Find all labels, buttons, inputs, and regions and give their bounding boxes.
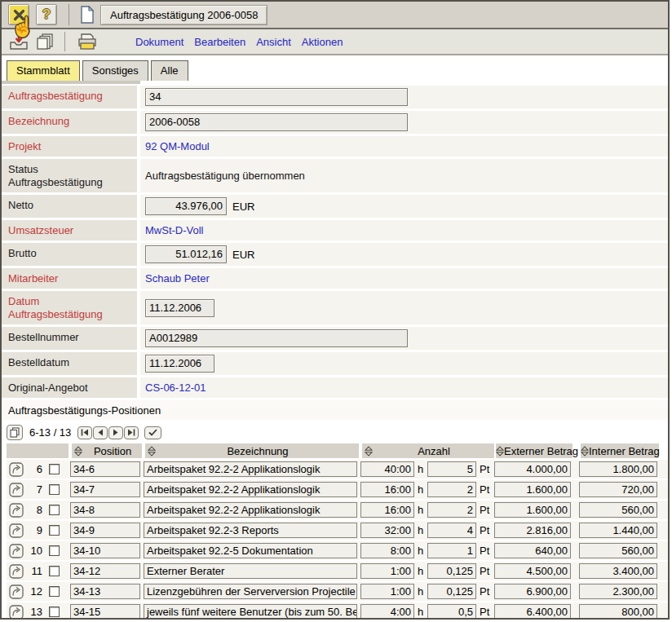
field-input[interactable]: A0012989: [145, 329, 408, 347]
bezeichnung-field[interactable]: Arbeitspaket 92.2-2 Applikationslogik: [144, 461, 357, 477]
field-input[interactable]: 11.12.2006: [145, 299, 214, 317]
hours-field[interactable]: 16:00: [360, 502, 414, 518]
menu-dokument[interactable]: Dokument: [135, 36, 183, 48]
position-field[interactable]: 34-8: [70, 502, 140, 518]
open-row-button[interactable]: [7, 462, 26, 477]
bezeichnung-field[interactable]: Arbeitspaket 92.2-5 Dokumentation: [144, 543, 357, 558]
external-amount-field[interactable]: 4.500,00: [494, 563, 571, 579]
sort-icon[interactable]: [581, 446, 589, 457]
position-field[interactable]: 34-13: [70, 584, 140, 599]
position-field[interactable]: 34-9: [70, 523, 140, 538]
menu-aktionen[interactable]: Aktionen: [302, 36, 343, 48]
internal-amount-field[interactable]: 1.800,00: [579, 461, 657, 477]
bezeichnung-field[interactable]: Arbeitspaket 92.2-2 Applikationslogik: [144, 482, 357, 497]
external-amount-field[interactable]: 640,00: [494, 543, 571, 558]
field-input[interactable]: 43.976,00: [145, 197, 227, 215]
tab-sonstiges[interactable]: Sonstiges: [82, 60, 148, 81]
field-input[interactable]: 34: [145, 88, 408, 106]
hours-field[interactable]: 16:00: [360, 482, 414, 497]
external-amount-field[interactable]: 6.400,00: [494, 604, 571, 620]
prev-page-button[interactable]: [93, 426, 108, 439]
close-button[interactable]: [8, 4, 29, 25]
quantity-field[interactable]: 0,125: [427, 584, 476, 599]
open-row-button[interactable]: [7, 585, 26, 599]
position-field[interactable]: 34-7: [70, 482, 140, 497]
hours-field[interactable]: 1:00: [360, 563, 414, 579]
last-page-button[interactable]: [124, 426, 139, 439]
hours-field[interactable]: 4:00: [360, 604, 414, 620]
first-page-button[interactable]: [77, 426, 92, 439]
open-row-button[interactable]: [7, 605, 26, 620]
row-checkbox[interactable]: [49, 545, 60, 556]
position-field[interactable]: 34-6: [70, 461, 140, 477]
tab-stammblatt[interactable]: Stammblatt: [7, 60, 80, 81]
quantity-field[interactable]: 2: [427, 502, 476, 518]
internal-amount-field[interactable]: 800,00: [579, 604, 657, 620]
field-link[interactable]: Schaub Peter: [145, 272, 210, 285]
bezeichnung-field[interactable]: Arbeitspaket 92.2-2 Applikationslogik: [144, 502, 357, 518]
open-row-button[interactable]: [7, 503, 26, 518]
internal-amount-field[interactable]: 1.440,00: [579, 523, 657, 538]
external-amount-field[interactable]: 1.600,00: [494, 502, 571, 518]
internal-amount-field[interactable]: 2.300,00: [579, 584, 657, 599]
open-row-button[interactable]: [7, 564, 26, 579]
sort-icon[interactable]: [148, 446, 156, 457]
external-amount-field[interactable]: 4.000,00: [494, 461, 571, 477]
open-row-button[interactable]: [7, 483, 26, 497]
field-input[interactable]: 11.12.2006: [145, 355, 214, 373]
print-button[interactable]: [77, 33, 98, 51]
checkin-button[interactable]: [9, 33, 29, 51]
row-checkbox[interactable]: [49, 484, 60, 495]
bezeichnung-field[interactable]: Arbeitspaket 92.2-3 Reports: [144, 523, 357, 538]
internal-amount-field[interactable]: 720,00: [579, 482, 657, 497]
row-checkbox[interactable]: [49, 505, 60, 515]
quantity-field[interactable]: 1: [427, 543, 476, 558]
hours-field[interactable]: 8:00: [360, 543, 414, 558]
menu-bearbeiten[interactable]: Bearbeiten: [194, 36, 245, 48]
quantity-field[interactable]: 0,5: [427, 604, 476, 620]
field-link[interactable]: 92 QM-Modul: [145, 140, 210, 152]
hours-field[interactable]: 32:00: [360, 523, 414, 538]
row-checkbox[interactable]: [49, 607, 60, 617]
sort-icon[interactable]: [496, 446, 504, 457]
field-input[interactable]: 51.012,16: [145, 245, 227, 263]
row-checkbox[interactable]: [49, 464, 60, 474]
help-button[interactable]: ?: [36, 4, 57, 25]
quantity-field[interactable]: 5: [427, 461, 476, 477]
open-row-button[interactable]: [7, 544, 26, 558]
row-checkbox[interactable]: [49, 586, 60, 597]
quantity-field[interactable]: 2: [427, 482, 476, 497]
hours-field[interactable]: 40:00: [360, 461, 414, 477]
field-link[interactable]: CS-06-12-01: [145, 382, 206, 394]
hours-field[interactable]: 1:00: [360, 584, 414, 599]
sort-icon[interactable]: [74, 446, 82, 457]
tab-alle[interactable]: Alle: [151, 60, 188, 81]
menu-ansicht[interactable]: Ansicht: [256, 36, 291, 48]
open-row-button[interactable]: [7, 523, 26, 538]
form-row: Umsatzsteuer MwSt-D-Voll: [2, 220, 668, 240]
position-field[interactable]: 34-15: [70, 604, 140, 620]
quantity-field[interactable]: 0,125: [427, 563, 476, 579]
copy-rows-button[interactable]: [7, 425, 23, 440]
external-amount-field[interactable]: 6.900,00: [494, 584, 571, 599]
row-checkbox[interactable]: [49, 566, 60, 576]
quantity-field[interactable]: 4: [427, 523, 476, 538]
bezeichnung-field[interactable]: Externer Berater: [144, 563, 357, 579]
copy-button[interactable]: [36, 33, 55, 51]
position-field[interactable]: 34-12: [70, 563, 140, 579]
position-field[interactable]: 34-10: [70, 543, 140, 558]
form-row: Datum Auftragsbestätigung 11.12.2006: [2, 291, 668, 324]
bezeichnung-field[interactable]: Lizenzgebühren der Serverversion Project…: [144, 584, 357, 599]
row-checkbox[interactable]: [49, 525, 60, 536]
bezeichnung-field[interactable]: jeweils fünf weitere Benutzer (bis zum 5…: [144, 604, 357, 620]
external-amount-field[interactable]: 2.816,00: [494, 523, 571, 538]
field-link[interactable]: MwSt-D-Voll: [145, 224, 204, 236]
internal-amount-field[interactable]: 560,00: [579, 502, 657, 518]
field-input[interactable]: 2006-0058: [145, 113, 408, 131]
next-page-button[interactable]: [108, 426, 123, 439]
select-all-button[interactable]: [144, 426, 161, 439]
internal-amount-field[interactable]: 3.400,00: [579, 563, 657, 579]
sort-icon[interactable]: [365, 446, 373, 457]
internal-amount-field[interactable]: 560,00: [579, 543, 657, 558]
external-amount-field[interactable]: 1.600,00: [494, 482, 571, 497]
